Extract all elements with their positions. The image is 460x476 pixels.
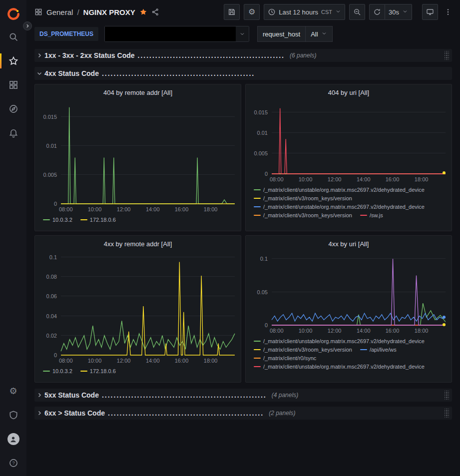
dashboard-grid-icon [34, 8, 42, 16]
starred-icon[interactable] [0, 49, 26, 73]
x-axis-label: 08:00 [270, 176, 284, 182]
search-icon[interactable] [0, 25, 26, 49]
x-axis-label: 12:00 [328, 328, 342, 334]
series-line [272, 303, 446, 325]
dashboard-settings-button[interactable]: ⚙ [244, 4, 260, 20]
share-icon[interactable] [151, 8, 159, 16]
favorite-star-icon[interactable] [139, 8, 147, 16]
kebab-menu-icon [444, 8, 452, 16]
x-axis-label: 08:00 [270, 328, 284, 334]
legend-item[interactable]: /_matrix/client/r0/sync [254, 355, 316, 361]
refresh-group: 30s [369, 4, 412, 20]
row-4xx-status-code[interactable]: 4xx Status Code ........................… [34, 67, 452, 80]
legend-item[interactable]: 10.0.3.2 [43, 217, 72, 223]
y-axis: 00.050.1 [252, 252, 272, 325]
legend-item[interactable]: /_matrix/client/v3/room_keys/version [254, 195, 352, 201]
row-1xx-3xx-2xx-status-code[interactable]: 1xx - 3xx - 2xx Status Code ............… [34, 49, 452, 62]
x-axis: 08:0010:0012:0014:0016:0018:00 [61, 205, 235, 213]
request-host-value: All [311, 30, 318, 38]
chart-plot[interactable] [272, 252, 446, 325]
row-drag-handle[interactable] [445, 391, 449, 400]
x-axis-label: 10:00 [88, 358, 102, 364]
x-axis-label: 16:00 [175, 206, 189, 212]
panel-4: 4xx by uri [All]00.050.108:0010:0012:001… [245, 235, 452, 383]
legend-item[interactable]: 172.18.0.6 [80, 217, 116, 223]
legend-label: 10.0.3.2 [52, 368, 72, 374]
legend-label: 10.0.3.2 [52, 217, 72, 223]
legend-item[interactable]: /_matrix/client/v3/room_keys/version [254, 212, 352, 218]
y-axis-label: 0.06 [46, 294, 57, 299]
y-axis-label: 0 [54, 201, 57, 207]
legend-label: /_matrix/client/v3/room_keys/version [263, 195, 352, 201]
legend-label: /_matrix/client/r0/sync [263, 355, 316, 361]
legend-label: 172.18.0.6 [90, 368, 116, 374]
series-line [61, 262, 235, 355]
help-icon[interactable]: ? [0, 451, 26, 475]
time-range-picker[interactable]: Last 12 hours CST [264, 4, 345, 20]
alerting-bell-icon[interactable] [0, 121, 26, 145]
legend-label: 172.18.0.6 [90, 217, 116, 223]
request-host-select[interactable]: All [306, 26, 332, 42]
chart-plot[interactable] [272, 101, 446, 174]
y-axis-label: 0 [54, 353, 57, 358]
panel-title[interactable]: 4xx by remote addr [All] [41, 238, 235, 250]
breadcrumb-section[interactable]: General [46, 8, 73, 16]
series-line [272, 313, 446, 321]
legend: /_matrix/client/unstable/org.matrix.msc2… [252, 187, 446, 228]
row-title: 6xx > Status Code [44, 409, 105, 417]
dashboards-icon[interactable] [0, 73, 26, 97]
series-end-dot [443, 171, 446, 174]
legend-label: /sw.js [370, 212, 383, 218]
cycle-view-mode-button[interactable] [422, 4, 438, 20]
clock-icon [268, 8, 276, 16]
configuration-gear-icon[interactable]: ⚙ [0, 379, 26, 403]
timezone-label: CST [321, 9, 332, 15]
datasource-variable-label[interactable]: DS_PROMETHEUS [34, 27, 98, 41]
save-dashboard-button[interactable] [224, 4, 240, 20]
x-axis-label: 14:00 [357, 328, 371, 334]
legend-item[interactable]: 10.0.3.2 [43, 368, 72, 374]
panel-title[interactable]: 4xx by uri [All] [252, 238, 446, 250]
panel-3: 4xx by remote addr [All]00.020.040.060.0… [34, 235, 241, 383]
legend-swatch [254, 341, 261, 342]
panel-title[interactable]: 404 by remote addr [All] [41, 87, 235, 99]
legend-item[interactable]: /_matrix/client/unstable/org.matrix.msc2… [254, 187, 425, 193]
legend-swatch [360, 349, 367, 350]
row-title-dots: ........................................… [108, 409, 264, 417]
refresh-button[interactable] [369, 4, 385, 20]
legend-item[interactable]: /_matrix/client/unstable/org.matrix.msc2… [254, 364, 425, 370]
y-axis-label: 0.015 [254, 109, 268, 115]
expand-sidebar-button[interactable] [23, 21, 32, 30]
refresh-interval-picker[interactable]: 30s [385, 4, 412, 20]
chart-plot[interactable] [61, 101, 235, 204]
chevron-right-icon [36, 392, 42, 398]
row-drag-handle[interactable] [445, 51, 449, 60]
legend-item[interactable]: /api/live/ws [360, 347, 397, 353]
y-axis: 00.020.040.060.080.1 [41, 252, 61, 355]
y-axis-label: 0.005 [254, 151, 268, 156]
time-range-label: Last 12 hours [279, 8, 318, 16]
user-avatar[interactable] [0, 427, 26, 451]
row-panel-count: (6 panels) [290, 52, 316, 59]
datasource-select-redacted[interactable] [104, 26, 249, 42]
server-admin-shield-icon[interactable] [0, 403, 26, 427]
explore-compass-icon[interactable] [0, 97, 26, 121]
grafana-logo[interactable] [0, 3, 26, 25]
chart-plot[interactable] [61, 252, 235, 355]
row-5xx-status-code[interactable]: 5xx Status Code ........................… [34, 389, 452, 402]
legend-item[interactable]: 172.18.0.6 [80, 368, 116, 374]
y-axis-label: 0.04 [46, 313, 57, 319]
legend-item[interactable]: /_matrix/client/unstable/org.matrix.msc2… [254, 204, 425, 210]
legend-item[interactable]: /_matrix/client/unstable/org.matrix.msc2… [254, 338, 425, 344]
legend-item[interactable]: /_matrix/client/v3/room_keys/version [254, 347, 352, 353]
legend: 10.0.3.2172.18.0.6 [41, 368, 235, 379]
zoom-out-button[interactable] [349, 4, 365, 20]
legend-item[interactable]: /sw.js [360, 212, 383, 218]
panel-title[interactable]: 404 by uri [All] [252, 87, 446, 99]
row-6xx-status-code[interactable]: 6xx > Status Code ......................… [34, 407, 452, 420]
y-axis-label: 0.01 [46, 143, 57, 149]
more-options-button[interactable] [442, 4, 454, 20]
save-icon [228, 8, 236, 16]
row-drag-handle[interactable] [445, 409, 449, 418]
chart-area: 00.0050.010.015 [41, 101, 235, 204]
